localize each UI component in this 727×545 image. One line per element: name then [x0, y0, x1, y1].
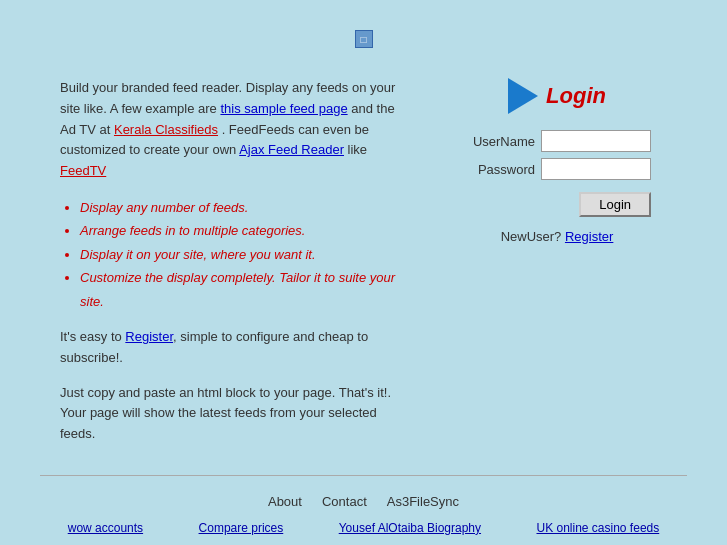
password-input[interactable] [541, 158, 651, 180]
new-user-text: NewUser? Register [501, 229, 614, 244]
new-user-label: NewUser? [501, 229, 562, 244]
bottom-links: wow accounts Compare prices Yousef AlOta… [0, 515, 727, 543]
register-link[interactable]: Register [125, 329, 173, 344]
password-label: Password [463, 162, 535, 177]
login-panel: Login UserName Password Login NewUser? R… [447, 78, 667, 445]
list-item: Customize the display completely. Tailor… [80, 266, 407, 313]
footer-contact-link[interactable]: Contact [322, 494, 367, 509]
login-title: Login [546, 83, 606, 109]
username-input[interactable] [541, 130, 651, 152]
logo-icon: □ [355, 30, 373, 48]
list-item: Arrange feeds in to multiple categories. [80, 219, 407, 242]
footer-as3filesync-link[interactable]: As3FileSync [387, 494, 459, 509]
footer-links: About Contact As3FileSync [0, 486, 727, 515]
wow-accounts-link[interactable]: wow accounts [68, 521, 143, 535]
intro-paragraph: Build your branded feed reader. Display … [60, 78, 407, 182]
feature-list: Display any number of feeds. Arrange fee… [60, 196, 407, 313]
list-item: Display it on your site, where you want … [80, 243, 407, 266]
footer-divider [40, 475, 687, 476]
login-header: Login [508, 78, 606, 114]
page-wrapper: □ Build your branded feed reader. Displa… [0, 0, 727, 545]
login-form: UserName Password Login [463, 130, 651, 217]
feedtv-link[interactable]: FeedTV [60, 163, 106, 178]
left-content: Build your branded feed reader. Display … [60, 78, 407, 445]
easy-prefix: It's easy to [60, 329, 125, 344]
copy-paragraph: Just copy and paste an html block to you… [60, 383, 407, 445]
new-user-register-link[interactable]: Register [565, 229, 613, 244]
logo-area: □ [0, 0, 727, 68]
login-button[interactable]: Login [579, 192, 651, 217]
intro-text4: like [344, 142, 367, 157]
username-row: UserName [463, 130, 651, 152]
biography-link[interactable]: Yousef AlOtaiba Biography [339, 521, 481, 535]
password-row: Password [463, 158, 651, 180]
username-label: UserName [463, 134, 535, 149]
play-icon [508, 78, 538, 114]
footer-about-link[interactable]: About [268, 494, 302, 509]
kerala-link[interactable]: Kerala Classifieds [114, 122, 218, 137]
casino-link[interactable]: UK online casino feeds [536, 521, 659, 535]
content-area: Build your branded feed reader. Display … [0, 68, 727, 465]
list-item: Display any number of feeds. [80, 196, 407, 219]
ajax-feed-link[interactable]: Ajax Feed Reader [239, 142, 344, 157]
sample-feed-link[interactable]: this sample feed page [220, 101, 347, 116]
easy-paragraph: It's easy to Register, simple to configu… [60, 327, 407, 369]
compare-prices-link[interactable]: Compare prices [199, 521, 284, 535]
